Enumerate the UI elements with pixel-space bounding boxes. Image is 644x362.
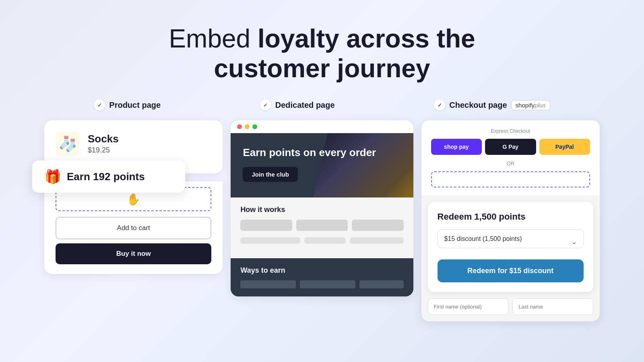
dedicated-page-label: ✓ Dedicated page xyxy=(260,99,335,111)
payment-buttons: shop pay G Pay PayPal xyxy=(431,139,590,155)
product-card-actions: ✋ Add to cart Buy it now xyxy=(44,181,223,274)
buy-now-button[interactable]: Buy it now xyxy=(56,243,211,264)
or-divider: OR xyxy=(431,160,590,167)
how-it-works-title: How it works xyxy=(240,206,403,214)
last-name-field[interactable] xyxy=(512,298,593,315)
placeholder-line-3 xyxy=(352,220,403,231)
redeem-button[interactable]: Redeem for $15 discount xyxy=(438,259,584,282)
dot-green xyxy=(252,124,257,129)
dot-yellow xyxy=(245,124,250,129)
product-card-wrapper: 🧦 Socks $19.25 🎁 Earn 192 points ✋ Add t… xyxy=(44,120,223,274)
points-widget: 🎁 Earn 192 points xyxy=(32,160,185,193)
ways-to-earn-section: Ways to earn xyxy=(231,258,413,296)
product-price: $19.25 xyxy=(88,146,119,154)
hero-section-dedicated: Earn points on every order Join the club xyxy=(231,133,413,197)
check-icon-checkout: ✓ xyxy=(434,99,445,111)
placeholder-line-6 xyxy=(350,237,403,244)
browser-bar xyxy=(231,120,413,133)
first-name-field[interactable] xyxy=(428,298,509,315)
product-details: Socks $19.25 xyxy=(88,133,119,154)
product-page-text: Product page xyxy=(109,101,161,110)
dedicated-card: Earn points on every order Join the club… xyxy=(231,120,413,296)
how-it-works-section: How it works xyxy=(231,197,413,258)
drag-handle-icon: ✋ xyxy=(126,193,140,206)
shop-pay-button[interactable]: shop pay xyxy=(431,139,482,155)
placeholder-lines-2 xyxy=(240,237,403,244)
google-pay-button[interactable]: G Pay xyxy=(485,139,536,155)
checkout-top: Express checkout shop pay G Pay PayPal O… xyxy=(421,120,600,195)
add-to-cart-button[interactable]: Add to cart xyxy=(56,217,211,239)
product-info: 🧦 Socks $19.25 xyxy=(56,132,211,156)
hero-section: Embed loyalty across the customer journe… xyxy=(141,24,503,83)
placeholder-line-5 xyxy=(304,237,346,244)
dot-red xyxy=(237,124,242,129)
ways-line-1 xyxy=(240,280,296,288)
discount-select[interactable]: $15 discount (1,500 points) xyxy=(438,229,584,248)
plus-text: plus xyxy=(535,102,546,109)
earn-points-title: Earn points on every order xyxy=(243,146,401,160)
points-text: Earn 192 points xyxy=(67,171,145,183)
dedicated-content: Earn points on every order Join the club… xyxy=(231,133,413,296)
shopify-text: shopify xyxy=(516,102,535,109)
redeem-widget: Redeem 1,500 points $15 discount (1,500 … xyxy=(428,202,593,292)
product-page-label: ✓ Product page xyxy=(94,99,161,111)
check-icon-product: ✓ xyxy=(94,99,105,111)
coupon-field[interactable] xyxy=(431,171,590,187)
shopify-plus-badge: shopifyplus xyxy=(511,100,550,110)
hero-title-normal: Embed xyxy=(169,24,258,53)
ways-to-earn-title: Ways to earn xyxy=(240,266,403,275)
placeholder-line-4 xyxy=(240,237,300,244)
checkout-page-text: Checkout page xyxy=(449,101,507,110)
ways-line-2 xyxy=(300,280,355,288)
sock-icon: 🧦 xyxy=(56,132,80,156)
dedicated-page-text: Dedicated page xyxy=(275,101,335,110)
redeem-title: Redeem 1,500 points xyxy=(438,212,584,222)
placeholder-line-2 xyxy=(296,220,348,231)
hero-text: Earn points on every order Join the club xyxy=(243,146,401,182)
placeholder-lines-1 xyxy=(240,220,403,231)
express-checkout-label: Express checkout xyxy=(431,128,590,134)
ways-lines xyxy=(240,280,403,288)
product-name: Socks xyxy=(88,133,119,145)
discount-select-wrapper: $15 discount (1,500 points) xyxy=(438,229,584,254)
cards-row: 🧦 Socks $19.25 🎁 Earn 192 points ✋ Add t… xyxy=(44,120,600,321)
paypal-button[interactable]: PayPal xyxy=(539,139,590,155)
checkout-card: Express checkout shop pay G Pay PayPal O… xyxy=(421,120,600,321)
check-icon-dedicated: ✓ xyxy=(260,99,271,111)
join-club-button[interactable]: Join the club xyxy=(243,167,298,182)
ways-line-3 xyxy=(359,280,404,288)
gift-icon: 🎁 xyxy=(44,169,61,185)
placeholder-line-1 xyxy=(240,220,292,231)
checkout-form xyxy=(421,298,600,321)
sections-row: ✓ Product page ✓ Dedicated page ✓ Checko… xyxy=(44,99,600,111)
checkout-page-label: ✓ Checkout page shopifyplus xyxy=(434,99,550,111)
